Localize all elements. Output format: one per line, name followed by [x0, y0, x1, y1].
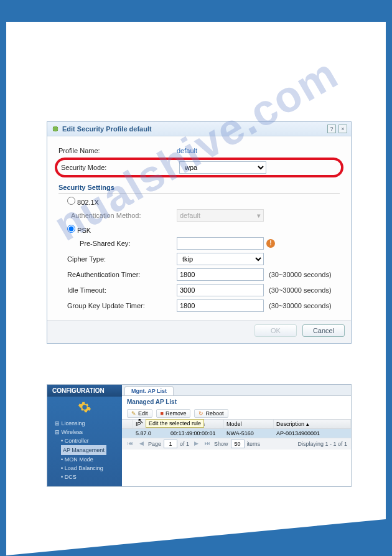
cipher-label: Cipher Type:: [58, 255, 177, 263]
edit-tooltip: Edit the selected rule: [146, 419, 204, 428]
pager: ⏮ ◀ Page of 1 ▶ ⏭ Show items Displaying …: [122, 438, 351, 450]
edit-button[interactable]: ✎Edit: [127, 409, 152, 418]
auth-method-select: default▾: [177, 209, 264, 222]
psk-radio[interactable]: [67, 225, 75, 233]
tab-mgnt-ap-list[interactable]: Mgnt. AP List: [124, 386, 174, 395]
sidebar-header: CONFIGURATION: [47, 385, 122, 397]
reboot-button[interactable]: ↻Reboot: [194, 409, 228, 418]
help-button[interactable]: ?: [327, 125, 336, 133]
config-gear-icon: [47, 397, 122, 419]
dialog-title: Edit Security Profile default: [62, 125, 152, 133]
page-next[interactable]: ▶: [192, 440, 200, 448]
reauth-hint: (30~30000 seconds): [269, 271, 332, 278]
sidebar-item-dcs[interactable]: • DCS: [50, 473, 119, 481]
dialog-titlebar: Edit Security Profile default ? ×: [47, 122, 351, 136]
items-label: items: [247, 441, 261, 447]
idle-hint: (30~30000 seconds): [269, 286, 332, 294]
gear-icon: [51, 125, 60, 133]
profile-name-value[interactable]: default: [177, 147, 197, 154]
table-row[interactable]: 5.87.0 00:13:49:00:00:01 NWA-5160 AP-001…: [122, 429, 351, 438]
page-first[interactable]: ⏮: [126, 440, 134, 448]
security-mode-select[interactable]: wpa: [179, 161, 266, 174]
sidebar-item-ap-management[interactable]: AP Management: [61, 445, 106, 455]
cancel-button[interactable]: Cancel: [302, 324, 345, 337]
group-hint: (30~30000 seconds): [269, 302, 332, 309]
auth-method-label: Authentication Method:: [58, 212, 177, 219]
managed-ap-list-header: Managed AP List: [122, 396, 351, 408]
warning-icon: !: [266, 239, 275, 248]
page-last[interactable]: ⏭: [203, 440, 212, 448]
reauth-label: ReAuthentication Timer:: [58, 271, 177, 278]
show-input[interactable]: [231, 440, 245, 448]
security-settings-header: Security Settings: [58, 184, 340, 194]
sidebar-item-wireless[interactable]: ⊟ Wireless: [50, 428, 119, 436]
sidebar-item-licensing[interactable]: ⊞ Licensing: [50, 419, 119, 428]
page-of-label: of 1: [180, 441, 189, 447]
cipher-select[interactable]: tkip: [177, 253, 264, 265]
group-input[interactable]: [177, 299, 264, 312]
sidebar: CONFIGURATION ⊞ Licensing ⊟ Wireless • C…: [47, 385, 122, 486]
remove-icon: ■: [161, 410, 164, 417]
8021x-label: 802.1X: [77, 199, 99, 206]
ap-management-panel: CONFIGURATION ⊞ Licensing ⊟ Wireless • C…: [47, 384, 352, 487]
page-prev[interactable]: ◀: [137, 440, 146, 448]
col-description[interactable]: Description ▴: [274, 420, 351, 428]
sidebar-item-load-balancing[interactable]: • Load Balancing: [50, 464, 119, 473]
close-button[interactable]: ×: [338, 125, 347, 133]
remove-button[interactable]: ■Remove: [156, 409, 191, 418]
psk-key-input[interactable]: [177, 237, 264, 250]
sidebar-item-controller[interactable]: • Controller: [50, 436, 119, 445]
profile-name-label: Profile Name:: [58, 147, 177, 154]
reboot-icon: ↻: [198, 410, 203, 417]
col-model[interactable]: Model: [224, 420, 274, 428]
psk-key-label: Pre-Shared Key:: [58, 240, 177, 247]
sidebar-item-mon-mode[interactable]: • MON Mode: [50, 455, 119, 464]
group-label: Group Key Update Timer:: [58, 302, 177, 309]
reauth-input[interactable]: [177, 268, 264, 281]
8021x-radio[interactable]: [67, 197, 75, 205]
ok-button[interactable]: OK: [254, 324, 297, 337]
display-count: Displaying 1 - 1 of 1: [297, 441, 347, 447]
idle-input[interactable]: [177, 284, 264, 296]
security-mode-label: Security Mode:: [61, 164, 179, 171]
security-profile-dialog: Edit Security Profile default ? × Profil…: [47, 121, 352, 344]
edit-icon: ✎: [131, 410, 136, 417]
idle-label: Idle Timeout:: [58, 286, 177, 294]
security-mode-highlight: Security Mode: wpa: [55, 158, 343, 177]
psk-label: PSK: [77, 227, 91, 234]
page-input[interactable]: [164, 440, 177, 448]
page-label: Page: [148, 441, 161, 447]
show-label: Show: [214, 441, 228, 447]
